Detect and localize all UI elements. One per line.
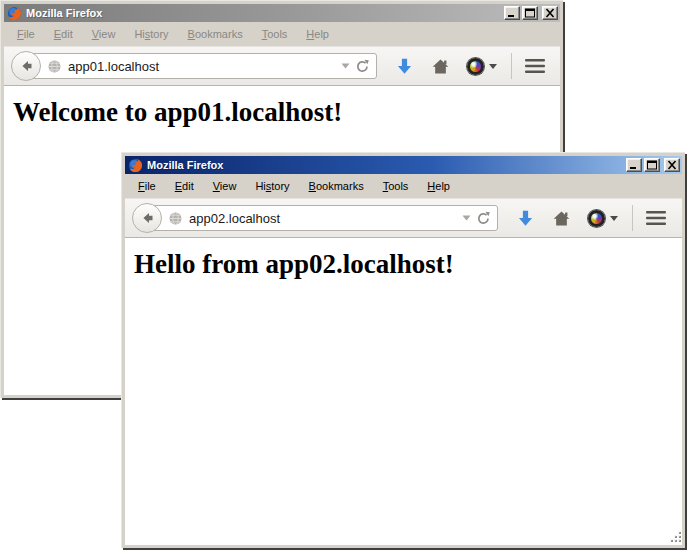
url-bar[interactable]: app02.localhost: [146, 205, 498, 231]
hamburger-menu-button[interactable]: [645, 210, 667, 226]
firefox-icon: [7, 6, 22, 21]
reload-icon: [476, 211, 491, 226]
close-icon: [544, 8, 556, 18]
globe-icon: [168, 211, 183, 226]
addon-lens-icon: [467, 58, 484, 75]
page-heading: Hello from app02.localhost!: [134, 249, 682, 280]
home-icon: [431, 57, 450, 76]
page-content: Hello from app02.localhost!: [125, 238, 682, 545]
menu-item-tools[interactable]: Tools: [375, 177, 417, 195]
minimize-icon: [628, 160, 640, 170]
home-button[interactable]: [552, 209, 571, 228]
window-title: Mozilla Firefox: [26, 7, 504, 19]
back-button[interactable]: [11, 51, 41, 81]
page-heading: Welcome to app01.localhost!: [13, 97, 560, 128]
menu-item-view[interactable]: View: [205, 177, 245, 195]
maximize-icon: [524, 8, 536, 18]
firefox-icon: [128, 158, 143, 173]
home-button[interactable]: [431, 57, 450, 76]
close-icon: [666, 160, 678, 170]
maximize-button[interactable]: [522, 6, 538, 20]
hamburger-menu-icon: [645, 210, 667, 226]
back-button[interactable]: [132, 203, 162, 233]
reload-button[interactable]: [476, 211, 491, 226]
browser-window-app02[interactable]: Mozilla Firefox FileEditViewHistoryBookm…: [121, 152, 685, 548]
urlbar-dropdown-icon: [341, 63, 350, 69]
menu-item-file[interactable]: File: [130, 177, 164, 195]
download-icon: [516, 209, 535, 228]
menu-item-edit[interactable]: Edit: [46, 25, 81, 43]
menu-item-history[interactable]: History: [126, 25, 176, 43]
toolbar-separator: [511, 53, 512, 79]
urlbar-dropdown-button[interactable]: [462, 215, 471, 221]
addon-caret-icon: [610, 216, 618, 221]
url-bar[interactable]: app01.localhost: [25, 53, 377, 79]
urlbar-dropdown-icon: [462, 215, 471, 221]
download-icon: [395, 57, 414, 76]
back-icon: [18, 58, 34, 74]
url-text[interactable]: app02.localhost: [189, 211, 458, 226]
hamburger-menu-button[interactable]: [524, 58, 546, 74]
maximize-icon: [646, 160, 658, 170]
addon-button[interactable]: [588, 210, 618, 227]
minimize-button[interactable]: [626, 158, 642, 172]
downloads-button[interactable]: [395, 57, 414, 76]
menu-bar: FileEditViewHistoryBookmarksToolsHelp: [4, 22, 560, 46]
menu-item-bookmarks[interactable]: Bookmarks: [301, 177, 372, 195]
reload-icon: [355, 59, 370, 74]
url-text[interactable]: app01.localhost: [68, 59, 337, 74]
navigation-toolbar: app02.localhost: [125, 198, 682, 238]
menu-item-view[interactable]: View: [84, 25, 124, 43]
close-button[interactable]: [664, 158, 680, 172]
menu-item-bookmarks[interactable]: Bookmarks: [180, 25, 251, 43]
hamburger-menu-icon: [524, 58, 546, 74]
addon-button[interactable]: [467, 58, 497, 75]
addon-lens-icon: [588, 210, 605, 227]
menu-item-help[interactable]: Help: [419, 177, 458, 195]
downloads-button[interactable]: [516, 209, 535, 228]
menu-item-tools[interactable]: Tools: [254, 25, 296, 43]
reload-button[interactable]: [355, 59, 370, 74]
close-button[interactable]: [542, 6, 558, 20]
menu-bar: FileEditViewHistoryBookmarksToolsHelp: [125, 174, 682, 198]
menu-item-edit[interactable]: Edit: [167, 177, 202, 195]
urlbar-dropdown-button[interactable]: [341, 63, 350, 69]
addon-caret-icon: [489, 64, 497, 69]
maximize-button[interactable]: [644, 158, 660, 172]
back-icon: [139, 210, 155, 226]
title-bar[interactable]: Mozilla Firefox: [4, 4, 560, 22]
navigation-toolbar: app01.localhost: [4, 46, 560, 86]
minimize-icon: [506, 8, 518, 18]
home-icon: [552, 209, 571, 228]
resize-grip[interactable]: [668, 531, 681, 544]
menu-item-history[interactable]: History: [247, 177, 297, 195]
minimize-button[interactable]: [504, 6, 520, 20]
toolbar-separator: [632, 205, 633, 231]
globe-icon: [47, 59, 62, 74]
window-title: Mozilla Firefox: [147, 159, 626, 171]
menu-item-help[interactable]: Help: [298, 25, 337, 43]
title-bar[interactable]: Mozilla Firefox: [125, 156, 682, 174]
menu-item-file[interactable]: File: [9, 25, 43, 43]
